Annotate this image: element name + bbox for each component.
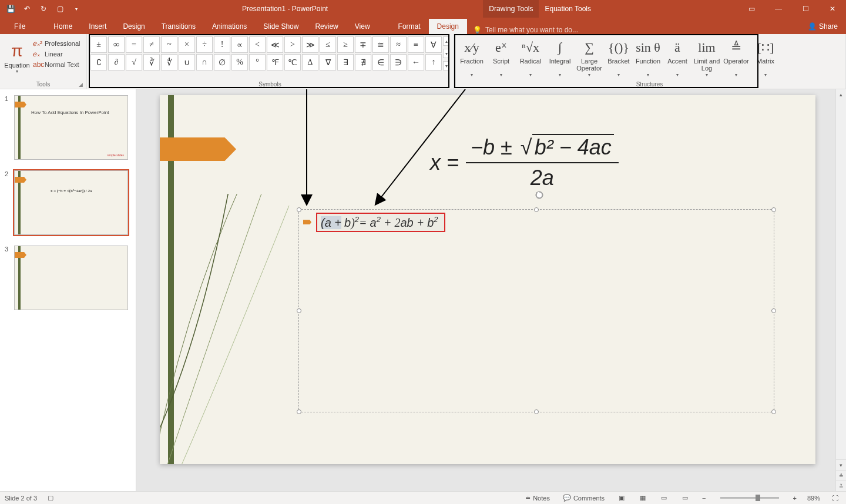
start-from-beginning-button[interactable]: ▢ (53, 2, 67, 16)
tab-design-equation[interactable]: Design (429, 19, 467, 34)
zoom-in-button[interactable]: + (791, 495, 799, 502)
symbol-button[interactable]: ≡ (408, 36, 424, 53)
symbol-button[interactable]: ∂ (108, 54, 125, 70)
symbol-button[interactable]: ∩ (196, 54, 213, 70)
tab-file[interactable]: File (6, 19, 33, 34)
symbol-button[interactable]: ! (214, 36, 230, 53)
symbol-button[interactable]: ∁ (90, 54, 107, 70)
previous-slide-button[interactable]: ≙ (836, 470, 846, 481)
symbol-button[interactable]: ÷ (196, 36, 213, 53)
tools-dialog-launcher[interactable]: ◢ (79, 82, 83, 88)
next-slide-button[interactable]: ≚ (836, 481, 846, 491)
normal-text-button[interactable]: abcNormal Text (31, 60, 83, 69)
symbol-button[interactable]: × (179, 36, 195, 53)
maximize-button[interactable]: ☐ (792, 0, 819, 18)
symbol-button[interactable]: ∓ (355, 36, 371, 53)
resize-handle[interactable] (297, 409, 301, 414)
accent-button[interactable]: äAccent▾ (663, 36, 692, 78)
equation-quadratic-formula[interactable]: x = −b ± b² − 4ac 2a (430, 135, 619, 190)
professional-button[interactable]: ℯₓ²Professional (31, 39, 83, 48)
symbol-button[interactable]: ∪ (179, 54, 195, 70)
zoom-slider[interactable] (720, 497, 779, 499)
large-operator-button[interactable]: ∑Large Operator▾ (575, 36, 604, 78)
symbol-button[interactable]: ℉ (267, 54, 283, 70)
scroll-up-button[interactable]: ▴ (836, 89, 846, 100)
symbol-button[interactable]: ≤ (320, 36, 336, 53)
close-button[interactable]: ✕ (819, 0, 846, 18)
zoom-out-button[interactable]: − (700, 495, 708, 502)
tab-slideshow[interactable]: Slide Show (255, 19, 307, 34)
symbol-button[interactable]: % (231, 54, 248, 70)
matrix-button[interactable]: [∷]Matrix▾ (751, 36, 780, 78)
symbol-button[interactable]: ∝ (231, 36, 248, 53)
tab-design-main[interactable]: Design (115, 19, 153, 34)
symbol-button[interactable]: ∄ (355, 54, 371, 70)
slide-canvas[interactable]: x = −b ± b² − 4ac 2a (160, 95, 815, 464)
bracket-button[interactable]: {()}Bracket▾ (604, 36, 633, 78)
thumbnail-slide-1[interactable]: How To Add Equations In PowerPoint simpl… (14, 95, 128, 160)
resize-handle[interactable] (771, 207, 776, 212)
linear-button[interactable]: ℯₓLinear (31, 49, 83, 59)
resize-handle[interactable] (297, 207, 301, 212)
symbol-button[interactable]: ∈ (372, 54, 389, 70)
equation-button[interactable]: π Equation ▾ (4, 36, 31, 78)
tell-me-search[interactable]: 💡 Tell me what you want to do... (467, 26, 584, 34)
normal-view-button[interactable]: ▣ (615, 493, 628, 503)
symbol-button[interactable]: ≠ (143, 36, 160, 53)
tab-review[interactable]: Review (307, 19, 346, 34)
symbol-button[interactable]: ∋ (390, 54, 407, 70)
thumbnail-slide-2[interactable]: x = (−b ± √(b²−4ac)) / 2a (14, 170, 128, 235)
symbol-button[interactable]: ℃ (284, 54, 301, 70)
resize-handle[interactable] (771, 308, 776, 313)
tab-transitions[interactable]: Transitions (153, 19, 204, 34)
symbol-button[interactable]: ∜ (161, 54, 177, 70)
resize-handle[interactable] (534, 409, 539, 414)
symbols-scroll-up[interactable]: ▴ (443, 36, 449, 46)
qat-customize-button[interactable]: ▾ (69, 2, 83, 16)
slide-sorter-view-button[interactable]: ▦ (636, 493, 649, 503)
symbol-button[interactable]: = (126, 36, 142, 53)
reading-view-button[interactable]: ▭ (657, 493, 670, 503)
scroll-down-button[interactable]: ▾ (836, 459, 846, 470)
symbol-button[interactable]: ∆ (302, 54, 318, 70)
zoom-percent-label[interactable]: 89% (807, 495, 820, 502)
resize-handle[interactable] (534, 207, 539, 212)
symbol-button[interactable]: ∅ (214, 54, 230, 70)
comments-button[interactable]: 💬Comments (560, 494, 607, 502)
symbol-button[interactable]: ↑ (425, 54, 442, 70)
redo-button[interactable]: ↻ (36, 2, 51, 16)
symbol-button[interactable]: ∞ (108, 36, 125, 53)
radical-button[interactable]: ⁿ√xRadical▾ (516, 36, 545, 78)
symbol-button[interactable]: ∀ (425, 36, 442, 53)
symbol-button[interactable]: ← (408, 54, 424, 70)
function-button[interactable]: sin θFunction▾ (633, 36, 663, 78)
symbol-button[interactable]: ~ (161, 36, 177, 53)
symbol-button[interactable]: ∇ (320, 54, 336, 70)
tab-animations[interactable]: Animations (204, 19, 255, 34)
minimize-button[interactable]: — (765, 0, 792, 18)
thumbnail-slide-3[interactable] (14, 246, 128, 310)
limit-log-button[interactable]: limLimit and Log▾ (692, 36, 721, 78)
ribbon-display-options-button[interactable]: ▭ (738, 0, 765, 18)
editor-vertical-scrollbar[interactable]: ▴ ▾ ≙ ≚ (835, 89, 846, 491)
resize-handle[interactable] (771, 409, 776, 414)
fraction-button[interactable]: x⁄yFraction▾ (457, 36, 486, 78)
symbol-button[interactable]: ° (249, 54, 266, 70)
tab-view[interactable]: View (347, 19, 378, 34)
tab-insert[interactable]: Insert (80, 19, 115, 34)
operator-button[interactable]: ≜Operator▾ (721, 36, 751, 78)
resize-handle[interactable] (297, 308, 301, 313)
symbol-button[interactable]: ≫ (302, 36, 318, 53)
symbol-button[interactable]: ∃ (337, 54, 354, 70)
share-button[interactable]: 👤 Share (800, 19, 846, 34)
undo-button[interactable]: ↶ (20, 2, 34, 16)
equation-text-box[interactable] (298, 209, 774, 412)
symbol-button[interactable]: ± (90, 36, 107, 53)
symbol-button[interactable]: ∛ (143, 54, 160, 70)
fit-to-window-button[interactable]: ⛶ (828, 493, 841, 503)
slideshow-view-button[interactable]: ▭ (679, 493, 691, 503)
notes-button[interactable]: ≐Notes (523, 494, 552, 502)
symbol-button[interactable]: > (284, 36, 301, 53)
save-button[interactable]: 💾 (4, 2, 18, 16)
symbol-button[interactable]: ≈ (390, 36, 407, 53)
